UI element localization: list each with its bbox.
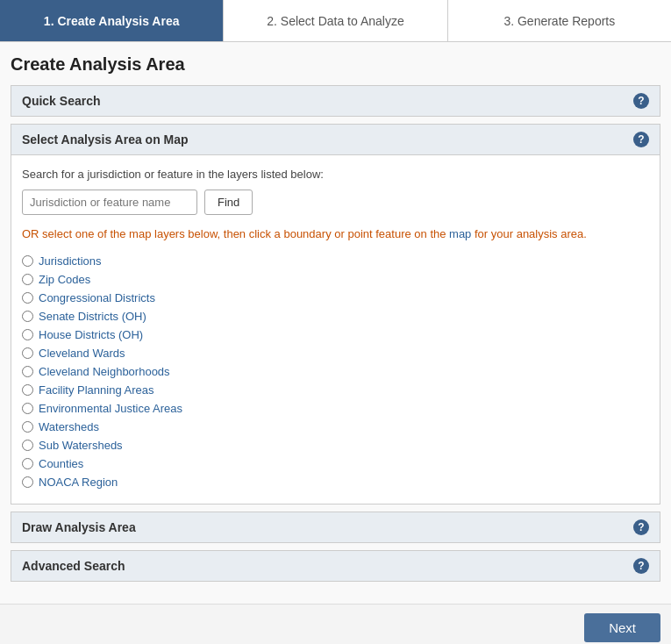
radio-label-cleveland-neighborhoods[interactable]: Cleveland Neighborhoods	[39, 365, 170, 378]
radio-cleveland-neighborhoods[interactable]	[22, 366, 33, 377]
radio-counties[interactable]	[22, 458, 33, 469]
quick-search-section: Quick Search ?	[11, 85, 660, 117]
list-item: Counties	[22, 454, 649, 473]
wizard-tabs: 1. Create Analysis Area 2. Select Data t…	[0, 0, 671, 42]
draw-area-help-icon[interactable]: ?	[633, 519, 649, 535]
list-item: Environmental Justice Areas	[22, 399, 649, 418]
select-on-map-header[interactable]: Select Analysis Area on Map ?	[11, 124, 660, 155]
find-button[interactable]: Find	[204, 190, 253, 215]
radio-label-counties[interactable]: Counties	[39, 457, 83, 470]
radio-zip-codes[interactable]	[22, 274, 33, 285]
select-on-map-body: Search for a jurisdiction or feature in …	[11, 155, 660, 504]
advanced-search-label: Advanced Search	[22, 559, 125, 573]
list-item: Facility Planning Areas	[22, 381, 649, 399]
radio-noaca-region[interactable]	[22, 476, 33, 488]
list-item: Sub Watersheds	[22, 436, 649, 454]
quick-search-help-icon[interactable]: ?	[633, 93, 649, 109]
list-item: House Districts (OH)	[22, 326, 649, 344]
next-button[interactable]: Next	[584, 613, 660, 642]
radio-sub-watersheds[interactable]	[22, 440, 33, 451]
select-on-map-label: Select Analysis Area on Map	[22, 132, 189, 147]
quick-search-label: Quick Search	[22, 94, 101, 108]
tab-select-data[interactable]: 2. Select Data to Analyze	[223, 0, 446, 41]
radio-label-sub-watersheds[interactable]: Sub Watersheds	[39, 439, 123, 452]
list-item: Jurisdictions	[22, 252, 649, 270]
radio-options-list: Jurisdictions Zip Codes Congressional Di…	[22, 252, 649, 491]
list-item: Cleveland Wards	[22, 344, 649, 362]
radio-label-environmental-justice[interactable]: Environmental Justice Areas	[39, 402, 182, 415]
search-input[interactable]	[22, 190, 197, 215]
search-row: Find	[22, 190, 649, 215]
list-item: Congressional Districts	[22, 289, 649, 307]
radio-label-house-districts[interactable]: House Districts (OH)	[39, 328, 143, 341]
map-layers-description: OR select one of the map layers below, t…	[22, 225, 649, 243]
draw-area-header[interactable]: Draw Analysis Area ?	[11, 512, 660, 543]
main-content: Create Analysis Area Quick Search ? Sele…	[0, 42, 671, 604]
draw-area-section: Draw Analysis Area ?	[11, 512, 660, 543]
select-on-map-section: Select Analysis Area on Map ? Search for…	[11, 124, 660, 504]
radio-label-facility-planning[interactable]: Facility Planning Areas	[39, 383, 154, 397]
tab-generate-reports[interactable]: 3. Generate Reports	[447, 0, 671, 41]
list-item: Watersheds	[22, 418, 649, 436]
radio-watersheds[interactable]	[22, 421, 33, 433]
list-item: NOACA Region	[22, 473, 649, 491]
map-text-blue: map	[449, 227, 471, 240]
radio-jurisdictions[interactable]	[22, 255, 33, 267]
radio-environmental-justice[interactable]	[22, 403, 33, 414]
radio-cleveland-wards[interactable]	[22, 347, 33, 359]
search-description: Search for a jurisdiction or feature in …	[22, 168, 649, 181]
radio-facility-planning[interactable]	[22, 384, 33, 396]
select-on-map-help-icon[interactable]: ?	[633, 132, 649, 147]
radio-label-jurisdictions[interactable]: Jurisdictions	[39, 254, 102, 268]
advanced-search-section: Advanced Search ?	[11, 550, 660, 582]
quick-search-header[interactable]: Quick Search ?	[11, 85, 660, 117]
radio-label-senate-districts[interactable]: Senate Districts (OH)	[39, 310, 146, 323]
radio-label-congressional-districts[interactable]: Congressional Districts	[39, 291, 155, 304]
radio-label-noaca-region[interactable]: NOACA Region	[39, 476, 118, 489]
radio-label-cleveland-wards[interactable]: Cleveland Wards	[39, 347, 125, 360]
radio-house-districts[interactable]	[22, 329, 33, 340]
list-item: Cleveland Neighborhoods	[22, 362, 649, 381]
radio-congressional-districts[interactable]	[22, 292, 33, 304]
footer: Next	[0, 604, 671, 644]
list-item: Senate Districts (OH)	[22, 307, 649, 326]
tab-create-analysis[interactable]: 1. Create Analysis Area	[0, 0, 223, 41]
draw-area-label: Draw Analysis Area	[22, 520, 136, 534]
advanced-search-header[interactable]: Advanced Search ?	[11, 550, 660, 582]
radio-label-watersheds[interactable]: Watersheds	[39, 420, 99, 433]
page-title: Create Analysis Area	[11, 54, 660, 75]
list-item: Zip Codes	[22, 270, 649, 289]
advanced-search-help-icon[interactable]: ?	[633, 558, 649, 574]
radio-senate-districts[interactable]	[22, 311, 33, 322]
radio-label-zip-codes[interactable]: Zip Codes	[39, 273, 90, 286]
